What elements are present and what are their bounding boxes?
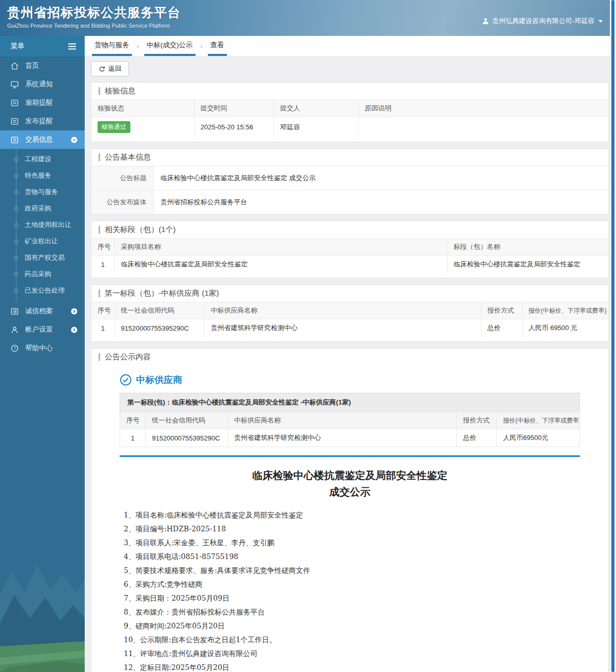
chevron-right-circle-icon bbox=[71, 308, 78, 315]
memo-icon bbox=[10, 136, 19, 144]
col-header: 核验状态 bbox=[91, 100, 194, 117]
section-title: 公告基本信息 bbox=[91, 149, 608, 166]
sidebar-item-trade-info[interactable]: 交易信息 bbox=[0, 130, 85, 149]
bid-price: 人民币69500元 bbox=[497, 429, 580, 447]
col-header: 提交人 bbox=[274, 100, 358, 117]
sidebar-item-overdue-reminder[interactable]: 逾期提醒 bbox=[0, 93, 85, 112]
doc-item: 4、项目联系电话:0851-85755198 bbox=[124, 553, 576, 561]
verify-panel: 核验信息 核验状态 提交时间 提交人 原因说明 核验通过 2025-05-20 … bbox=[91, 82, 609, 142]
field-label: 公告标题 bbox=[91, 166, 153, 190]
person-icon bbox=[10, 325, 19, 334]
col-header: 序号 bbox=[120, 412, 146, 429]
sidebar-item-label: 诚信档案 bbox=[25, 306, 53, 316]
doc-item: 5、简要技术规格要求、服务:具体要求详见竞争性磋商文件 bbox=[124, 567, 576, 574]
doc-title-line2: 成交公示 bbox=[120, 484, 580, 500]
sidebar-item-system-notice[interactable]: 系统通知 bbox=[0, 75, 85, 93]
submenu-item-mining-rights[interactable]: 矿业权出让 bbox=[0, 233, 85, 249]
sidebar-header: 菜单 bbox=[0, 36, 85, 56]
scrollbar-thumb[interactable] bbox=[611, 0, 614, 672]
submenu-item-special-service[interactable]: 特色服务 bbox=[0, 167, 85, 184]
col-header: 统一社会信用代码 bbox=[146, 412, 228, 429]
submenu-item-goods-services[interactable]: 货物与服务 bbox=[0, 184, 85, 200]
chevron-down-icon bbox=[599, 20, 603, 23]
col-header: 提交时间 bbox=[194, 100, 274, 117]
user-icon bbox=[482, 17, 489, 25]
submenu-item-published-notices[interactable]: 已发公告处理 bbox=[0, 282, 85, 299]
announcement-content-panel: 公告公示内容 中标供应商 第一标段(包)：临床检验中心楼抗震鉴定及局部安全性鉴定… bbox=[91, 348, 609, 672]
sidebar: 菜单 首页 系统通知 逾期提醒 bbox=[0, 36, 85, 672]
brand: 贵州省招标投标公共服务平台 GuiZhou Province Tendering… bbox=[7, 4, 181, 36]
breadcrumb-award-notice[interactable]: 中标(成交)公示 bbox=[144, 36, 196, 56]
memo-icon bbox=[10, 99, 19, 107]
winner-panel: 第一标段（包）-中标供应商 (1家) 序号 统一社会信用代码 中标供应商名称 报… bbox=[91, 284, 609, 342]
doc-item: 2、项目编号:HDZB-2025-118 bbox=[124, 525, 576, 533]
doc-item: 11、评审地点:贵州弘典建设咨询有限公司 bbox=[124, 650, 576, 658]
submit-time: 2025-05-20 15:56 bbox=[194, 117, 274, 138]
field-value: 贵州省招标投标公共服务平台 bbox=[153, 190, 608, 215]
col-header: 报价方式 bbox=[481, 302, 522, 319]
status-badge: 核验通过 bbox=[98, 121, 130, 133]
monitor-icon bbox=[10, 80, 19, 89]
content-area: 返回 核验信息 核验状态 提交时间 提交人 原因说明 核验通过 2025-05-… bbox=[85, 56, 616, 672]
sidebar-mountain-art bbox=[0, 528, 85, 672]
return-arrow-icon bbox=[98, 66, 105, 72]
breadcrumb-view[interactable]: 查看 bbox=[208, 36, 227, 56]
field-value: 临床检验中心楼抗震鉴定及局部安全性鉴定 成交公示 bbox=[153, 166, 608, 190]
doc-item: 10、公示期限:自本公告发布之日起1个工作日。 bbox=[124, 636, 576, 644]
doc-item: 9、磋商时间:2025年05月20日 bbox=[124, 622, 576, 630]
submenu-item-gov-procurement[interactable]: 政府采购 bbox=[0, 200, 85, 217]
breadcrumb: 货物与服务 › 中标(成交)公示 › 查看 bbox=[85, 36, 616, 56]
col-header: 采购项目名称 bbox=[114, 239, 447, 256]
announcement-info-panel: 公告基本信息 公告标题 临床检验中心楼抗震鉴定及局部安全性鉴定 成交公示 公告发… bbox=[91, 148, 609, 215]
field-label: 公告发布媒体 bbox=[91, 190, 153, 215]
table-row: 1 临床检验中心楼抗震鉴定及局部安全性鉴定 临床检验中心楼抗震鉴定及局部安全性鉴… bbox=[91, 256, 608, 274]
sidebar-item-label: 首页 bbox=[25, 61, 39, 70]
winner-badge-label: 中标供应商 bbox=[136, 374, 182, 386]
section-title: 核验信息 bbox=[91, 83, 608, 100]
section-title: 公告公示内容 bbox=[91, 349, 608, 366]
package-bar: 第一标段(包)：临床检验中心楼抗震鉴定及局部安全性鉴定 -中标供应商(1家) bbox=[120, 393, 580, 412]
back-button[interactable]: 返回 bbox=[91, 61, 129, 76]
table-row: 1 91520000755395290C 贵州省建筑科学研究检测中心 总价 人民… bbox=[91, 319, 608, 337]
trade-info-submenu: 工程建设 特色服务 货物与服务 政府采购 土地使用权出让 矿业权出让 国有产权交… bbox=[0, 149, 85, 302]
sidebar-item-account-settings[interactable]: 帐户设置 bbox=[0, 320, 85, 339]
submenu-item-state-property[interactable]: 国有产权交易 bbox=[0, 249, 85, 266]
blue-divider bbox=[120, 455, 580, 457]
sidebar-item-label: 逾期提醒 bbox=[25, 98, 53, 107]
doc-item: 12、定标日期:2025年05月20日 bbox=[124, 664, 576, 671]
doc-item: 8、发布媒介：贵州省招标投标公共服务平台 bbox=[124, 608, 576, 616]
sidebar-item-help-center[interactable]: ? 帮助中心 bbox=[0, 339, 85, 357]
submenu-item-drug-procurement[interactable]: 药品采购 bbox=[0, 266, 85, 282]
sidebar-item-publish-reminder[interactable]: 发布提醒 bbox=[0, 112, 85, 130]
user-menu[interactable]: 贵州弘典建设咨询有限公司-邓廷容 bbox=[482, 15, 603, 27]
sidebar-item-label: 发布提醒 bbox=[25, 117, 53, 126]
submenu-item-land-use[interactable]: 土地使用权出让 bbox=[0, 217, 85, 233]
main-area: 货物与服务 › 中标(成交)公示 › 查看 返回 核验信息 核验状态 提 bbox=[85, 36, 616, 672]
sidebar-item-label: 系统通知 bbox=[25, 80, 53, 89]
related-sections-panel: 相关标段（包）(1个) 序号 采购项目名称 标段（包）名称 1 临床检验中心楼抗… bbox=[91, 221, 609, 278]
doc-title-line1: 临床检验中心楼抗震鉴定及局部安全性鉴定 bbox=[120, 467, 580, 484]
col-header: 序号 bbox=[91, 239, 114, 256]
chevron-down-circle-icon bbox=[71, 137, 78, 143]
sidebar-item-label: 帐户设置 bbox=[25, 325, 53, 334]
back-label: 返回 bbox=[108, 64, 122, 73]
submitter: 邓廷容 bbox=[274, 117, 358, 138]
hamburger-icon[interactable] bbox=[68, 43, 76, 50]
section-title: 相关标段（包）(1个) bbox=[91, 221, 608, 238]
page-title: 贵州省招标投标公共服务平台 bbox=[7, 4, 181, 21]
info-row: 公告标题 临床检验中心楼抗震鉴定及局部安全性鉴定 成交公示 bbox=[91, 166, 608, 190]
submenu-item-engineering[interactable]: 工程建设 bbox=[0, 151, 85, 167]
breadcrumb-goods-services[interactable]: 货物与服务 bbox=[92, 36, 132, 56]
menu-label: 菜单 bbox=[10, 42, 25, 51]
page-subtitle: GuiZhou Province Tendering and Bidding P… bbox=[7, 23, 181, 29]
table-row: 核验通过 2025-05-20 15:56 邓廷容 bbox=[91, 117, 608, 138]
sidebar-item-label: 交易信息 bbox=[25, 135, 53, 144]
sidebar-item-home[interactable]: 首页 bbox=[0, 56, 85, 75]
col-header: 报价方式 bbox=[457, 412, 497, 429]
doc-item: 3、项目联系人:宋金委、王秋星、李丹、支引鹏 bbox=[124, 539, 576, 547]
doc-item: 1、项目名称:临床检验中心楼抗震鉴定及局部安全性鉴定 bbox=[124, 511, 576, 519]
col-header: 中标供应商名称 bbox=[228, 412, 457, 429]
sidebar-item-credit-archive[interactable]: 诚信档案 bbox=[0, 302, 85, 320]
col-header: 中标供应商名称 bbox=[204, 302, 481, 319]
bid-price: 人民币 69500 元 bbox=[522, 319, 608, 337]
